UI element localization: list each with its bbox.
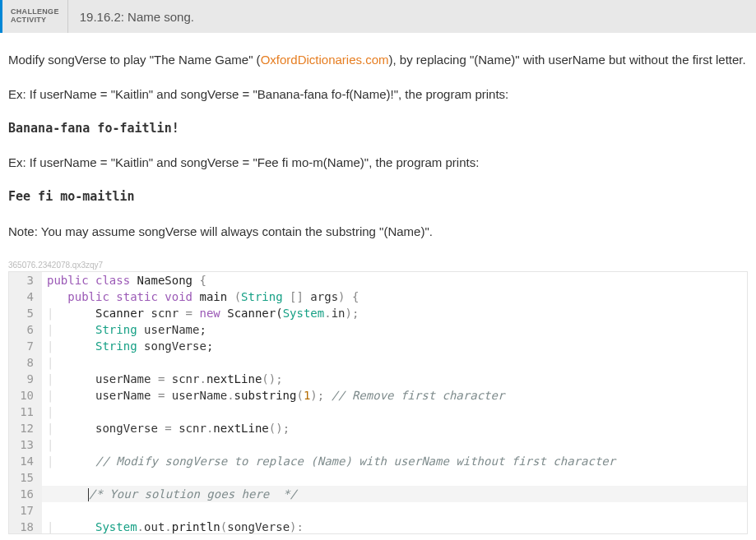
line-number: 11 — [9, 404, 42, 420]
example-2-intro: Ex: If userName = "Kaitlin" and songVers… — [8, 154, 748, 172]
line-number: 5 — [9, 305, 42, 321]
line-number: 14 — [9, 453, 42, 469]
line-number: 9 — [9, 371, 42, 387]
line-number: 6 — [9, 321, 42, 338]
tracking-hash: 365076.2342078.qx3zqy7 — [0, 257, 756, 271]
problem-statement: Modify songVerse to play "The Name Game"… — [0, 33, 756, 241]
example-1-output: Banana-fana fo-faitlin! — [8, 120, 748, 138]
example-2-output: Fee fi mo-maitlin — [8, 188, 748, 206]
code-line[interactable]: 18 | System.out.println(songVerse): — [9, 519, 747, 533]
oxford-link[interactable]: OxfordDictionaries.com — [261, 53, 389, 67]
challenge-badge: CHALLENGE ACTIVITY — [2, 0, 68, 33]
line-number: 3 — [9, 272, 42, 288]
code-line[interactable]: 9 | userName = scnr.nextLine(); — [9, 371, 747, 387]
line-number: 10 — [9, 387, 42, 404]
line-number: 8 — [9, 354, 42, 371]
line-number: 4 — [9, 288, 42, 305]
code-line[interactable]: 15 — [9, 469, 747, 486]
line-number: 7 — [9, 338, 42, 354]
code-line-active[interactable]: 16 /* Your solution goes here */ — [9, 486, 747, 502]
code-line[interactable]: 17 — [9, 502, 747, 519]
code-line[interactable]: 12 | songVerse = scnr.nextLine(); — [9, 420, 747, 436]
code-line[interactable]: 4 public static void main (String [] arg… — [9, 288, 747, 305]
line-number: 18 — [9, 519, 42, 533]
note-paragraph: Note: You may assume songVerse will alwa… — [8, 223, 748, 241]
code-line[interactable]: 7 | String songVerse; — [9, 338, 747, 354]
code-line[interactable]: 11 | — [9, 404, 747, 420]
line-number: 13 — [9, 436, 42, 453]
intro-paragraph: Modify songVerse to play "The Name Game"… — [8, 51, 748, 69]
line-number: 17 — [9, 502, 42, 519]
line-number: 12 — [9, 420, 42, 436]
badge-line-2: ACTIVITY — [11, 16, 59, 25]
example-1-intro: Ex: If userName = "Kaitlin" and songVers… — [8, 85, 748, 104]
code-line[interactable]: 8 | — [9, 354, 747, 371]
code-editor[interactable]: 3 public class NameSong { 4 public stati… — [8, 271, 748, 534]
code-line[interactable]: 3 public class NameSong { — [9, 272, 747, 288]
code-line[interactable]: 6 | String userName; — [9, 321, 747, 338]
code-line[interactable]: 10 | userName = userName.substring(1); /… — [9, 387, 747, 404]
code-line[interactable]: 14 | // Modify songVerse to replace (Nam… — [9, 453, 747, 469]
challenge-title: 19.16.2: Name song. — [68, 0, 206, 33]
code-line[interactable]: 5 | Scanner scnr = new Scanner(System.in… — [9, 305, 747, 321]
code-line[interactable]: 13 | — [9, 436, 747, 453]
challenge-header: CHALLENGE ACTIVITY 19.16.2: Name song. — [0, 0, 756, 33]
line-number: 15 — [9, 469, 42, 486]
line-number: 16 — [9, 486, 42, 502]
